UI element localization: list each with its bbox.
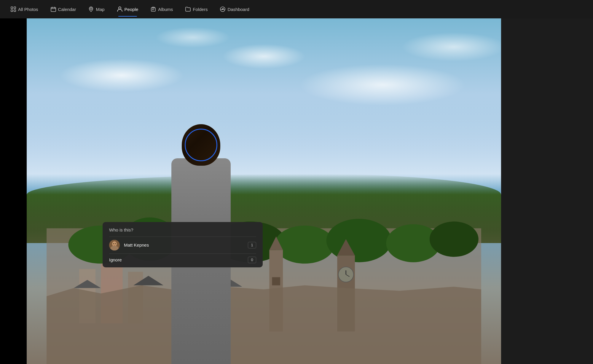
popup-title: Who is this? — [103, 222, 263, 237]
person-head — [182, 124, 220, 166]
nav-item-map[interactable]: Map — [84, 4, 109, 14]
nav-label-calendar: Calendar — [58, 7, 76, 12]
nav-label-dashboard: Dashboard — [227, 7, 249, 12]
ignore-label: Ignore — [109, 257, 244, 262]
nav-label-map: Map — [96, 7, 104, 12]
nav-label-folders: Folders — [193, 7, 208, 12]
nav-item-people[interactable]: People — [112, 4, 143, 14]
map-pin-icon — [88, 7, 94, 12]
svg-point-8 — [90, 8, 92, 9]
nav-label-all-photos: All Photos — [18, 7, 38, 12]
svg-point-23 — [430, 221, 479, 257]
person-icon — [117, 7, 122, 12]
popup-person-matt[interactable]: Matt Kepnes 1 — [103, 237, 263, 253]
popup-ignore[interactable]: Ignore 0 — [103, 254, 263, 267]
right-panel — [501, 18, 593, 364]
svg-rect-3 — [14, 10, 16, 12]
nav-item-dashboard[interactable]: Dashboard — [215, 4, 254, 14]
nav-item-albums[interactable]: Albums — [146, 4, 178, 14]
svg-point-9 — [119, 7, 121, 9]
svg-point-39 — [115, 243, 116, 244]
svg-point-20 — [275, 226, 335, 264]
album-icon — [151, 7, 156, 12]
svg-rect-29 — [272, 277, 280, 285]
nav-bar: All Photos Calendar Map — [0, 0, 593, 18]
calendar-icon — [51, 7, 56, 12]
avatar-matt — [109, 240, 120, 250]
svg-rect-0 — [11, 7, 13, 9]
who-is-this-popup: Who is this? Matt Kepnes 1 Ignore — [103, 222, 263, 267]
nav-item-calendar[interactable]: Calendar — [46, 4, 81, 14]
nav-item-folders[interactable]: Folders — [181, 4, 212, 14]
svg-point-21 — [326, 219, 392, 262]
nav-item-all-photos[interactable]: All Photos — [6, 4, 43, 14]
svg-point-38 — [113, 243, 114, 244]
face-recognition-circle — [185, 129, 217, 161]
person-count-matt: 1 — [248, 242, 256, 248]
folder-icon — [185, 7, 191, 12]
person-name-matt: Matt Kepnes — [124, 242, 244, 248]
svg-rect-4 — [51, 7, 56, 12]
nav-label-albums: Albums — [158, 7, 173, 12]
svg-rect-10 — [151, 8, 155, 11]
buildings-svg — [27, 174, 501, 364]
nav-label-people: People — [125, 7, 138, 12]
grid-icon — [11, 7, 16, 12]
svg-rect-2 — [11, 10, 13, 12]
svg-rect-1 — [14, 7, 16, 9]
ignore-count: 0 — [248, 257, 256, 263]
gauge-icon — [220, 7, 225, 12]
photo-area: Who is this? Matt Kepnes 1 Ignore — [27, 18, 501, 364]
